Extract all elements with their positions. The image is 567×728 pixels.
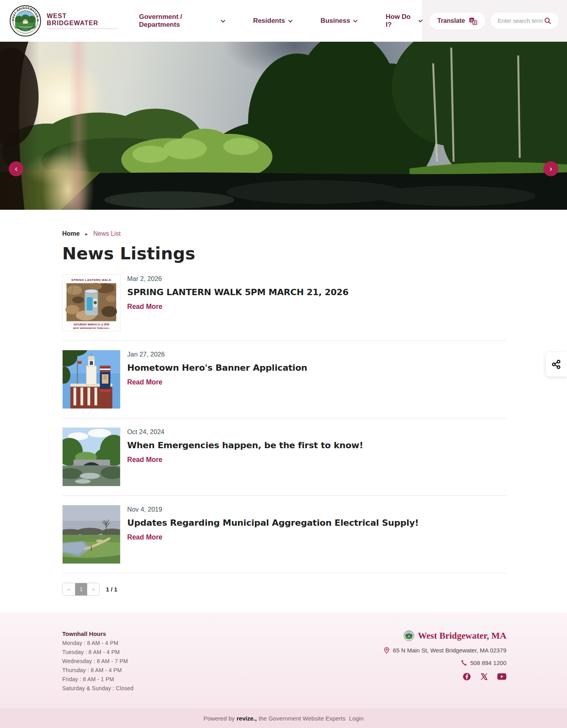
svg-text:SATURDAY MARCH 21 @ 5PM: SATURDAY MARCH 21 @ 5PM — [74, 323, 109, 326]
search-input[interactable] — [498, 18, 544, 24]
youtube-link[interactable] — [497, 673, 506, 680]
home-logo-link[interactable]: WEST BRIDGEWATER — [9, 4, 118, 37]
news-date: Mar 2, 2026 — [127, 275, 348, 283]
news-thumbnail-pond-bridge[interactable] — [62, 427, 120, 486]
search-submit-button[interactable] — [544, 17, 551, 24]
nav-how-do-i[interactable]: How Do I? — [385, 13, 421, 29]
main-content: Home ▸ News List News Listings SPRING LA… — [0, 210, 567, 612]
site-footer: Townhall Hours Monday : 8 AM - 4 PM Tues… — [0, 612, 567, 728]
pagination-prev-button[interactable]: « — [63, 583, 75, 595]
nav-label: Government / Departments — [139, 13, 218, 29]
carousel-next-button[interactable]: › — [543, 161, 558, 176]
read-more-link[interactable]: Read More — [127, 456, 162, 464]
pagination: « 1 » 1 / 1 — [62, 583, 506, 596]
footer-address: 65 N Main St, West Bridgewater, MA 02379 — [393, 647, 506, 654]
town-seal-icon — [404, 630, 414, 641]
golf-course-image — [63, 505, 120, 564]
pagination-summary: 1 / 1 — [106, 586, 117, 593]
location-pin-icon — [384, 647, 390, 654]
hours-tuesday: Tuesday : 8 AM - 4 PM — [62, 649, 133, 655]
google-translate-icon: G 文 — [469, 17, 477, 25]
powered-suffix: the Government Website Experts — [259, 715, 346, 722]
hours-title: Townhall Hours — [62, 630, 133, 637]
lantern-poster-image: SPRING LANTERN WALK — [63, 275, 120, 331]
news-item-body: Mar 2, 2026 SPRING LANTERN WALK 5PM MARC… — [127, 274, 348, 331]
page-title: News Listings — [62, 244, 506, 263]
news-thumbnail-golf-course[interactable] — [62, 505, 120, 564]
town-seal-icon — [9, 4, 41, 37]
facebook-icon — [463, 673, 471, 681]
facebook-link[interactable] — [463, 673, 471, 681]
nav-label: Residents — [253, 17, 285, 25]
news-title[interactable]: Updates Regarding Municipal Aggregation … — [127, 518, 419, 528]
news-list: SPRING LANTERN WALK — [62, 274, 506, 573]
powered-by-bar: Powered by revize., the Government Websi… — [0, 708, 567, 728]
header-utility-area: Translate G 文 — [422, 0, 567, 42]
svg-text:SPRING LANTERN WALK: SPRING LANTERN WALK — [71, 278, 111, 282]
hours-wednesday: Wednesday : 8 AM - 7 PM — [62, 658, 133, 664]
nav-government-departments[interactable]: Government / Departments — [139, 13, 224, 29]
news-date: Jan 27, 2026 — [127, 351, 307, 358]
nav-label: How Do I? — [385, 13, 415, 29]
youtube-icon — [497, 673, 506, 680]
hero-carousel: ‹ › — [0, 42, 567, 210]
news-item-body: Jan 27, 2026 Hometown Hero's Banner Appl… — [127, 350, 307, 409]
phone-icon — [461, 660, 467, 666]
login-link[interactable]: Login — [349, 715, 364, 722]
footer-phone: 508 894 1200 — [470, 660, 506, 666]
share-button[interactable] — [546, 352, 567, 377]
footer-org-name: West Bridgewater, MA — [418, 631, 506, 641]
nav-label: Business — [321, 17, 350, 25]
hours-friday: Friday : 8 AM - 1 PM — [62, 676, 133, 682]
chevron-down-icon — [353, 18, 358, 22]
footer-contact-block: West Bridgewater, MA 65 N Main St, West … — [384, 630, 506, 691]
news-title[interactable]: When Emergencies happen, be the first to… — [127, 440, 363, 450]
news-item: Nov 4, 2019 Updates Regarding Municipal … — [62, 496, 506, 573]
pagination-group: « 1 » — [62, 583, 100, 596]
breadcrumb-current: News List — [93, 230, 120, 237]
svg-text:WEST BRIDGEWATER TOWN HALL: WEST BRIDGEWATER TOWN HALL — [73, 327, 110, 329]
news-item: Oct 24, 2024 When Emergencies happen, be… — [62, 418, 506, 496]
search-icon — [544, 17, 551, 24]
town-hall-image — [63, 350, 120, 408]
breadcrumb-arrow-icon: ▸ — [85, 231, 88, 237]
powered-prefix: Powered by — [204, 715, 235, 722]
nav-business[interactable]: Business — [321, 17, 357, 25]
carousel-prev-button[interactable]: ‹ — [9, 161, 24, 176]
share-icon — [551, 359, 561, 370]
social-links — [384, 673, 506, 681]
news-item-body: Nov 4, 2019 Updates Regarding Municipal … — [127, 505, 419, 564]
pond-bridge-image — [63, 428, 120, 486]
news-item: SPRING LANTERN WALK — [62, 274, 506, 341]
news-title[interactable]: Hometown Hero's Banner Application — [127, 363, 307, 373]
nav-residents[interactable]: Residents — [253, 17, 291, 25]
search-box — [491, 13, 558, 29]
pagination-next-button[interactable]: » — [87, 583, 99, 595]
news-date: Nov 4, 2019 — [127, 506, 419, 513]
news-title[interactable]: SPRING LANTERN WALK 5PM MARCH 21, 2026 — [127, 287, 348, 297]
townhall-hours-block: Townhall Hours Monday : 8 AM - 4 PM Tues… — [62, 630, 133, 691]
breadcrumb-home-link[interactable]: Home — [62, 230, 80, 237]
translate-button[interactable]: Translate G 文 — [430, 13, 485, 30]
news-item-body: Oct 24, 2024 When Emergencies happen, be… — [127, 427, 363, 486]
x-twitter-link[interactable] — [480, 673, 488, 680]
pagination-page-1-button[interactable]: 1 — [75, 583, 87, 595]
x-twitter-icon — [480, 673, 488, 680]
chevron-down-icon — [288, 18, 293, 22]
hours-thursday: Thursday : 8 AM - 4 PM — [62, 667, 133, 673]
hours-weekend: Saturday & Sunday : Closed — [62, 685, 133, 691]
site-header: WEST BRIDGEWATER Government / Department… — [0, 0, 567, 42]
read-more-link[interactable]: Read More — [127, 303, 162, 311]
hours-monday: Monday : 8 AM - 4 PM — [62, 640, 133, 646]
site-brand: WEST BRIDGEWATER — [47, 13, 118, 29]
main-nav: Government / Departments Residents Busin… — [139, 13, 422, 29]
revize-link[interactable]: revize., — [237, 715, 257, 722]
hero-vignette — [0, 42, 567, 210]
news-thumbnail-lantern-poster[interactable]: SPRING LANTERN WALK — [62, 274, 120, 331]
read-more-link[interactable]: Read More — [127, 378, 162, 386]
breadcrumb: Home ▸ News List — [62, 210, 506, 237]
read-more-link[interactable]: Read More — [127, 533, 162, 541]
news-date: Oct 24, 2024 — [127, 428, 363, 436]
translate-label: Translate — [437, 17, 465, 24]
news-thumbnail-town-hall[interactable] — [62, 350, 120, 409]
